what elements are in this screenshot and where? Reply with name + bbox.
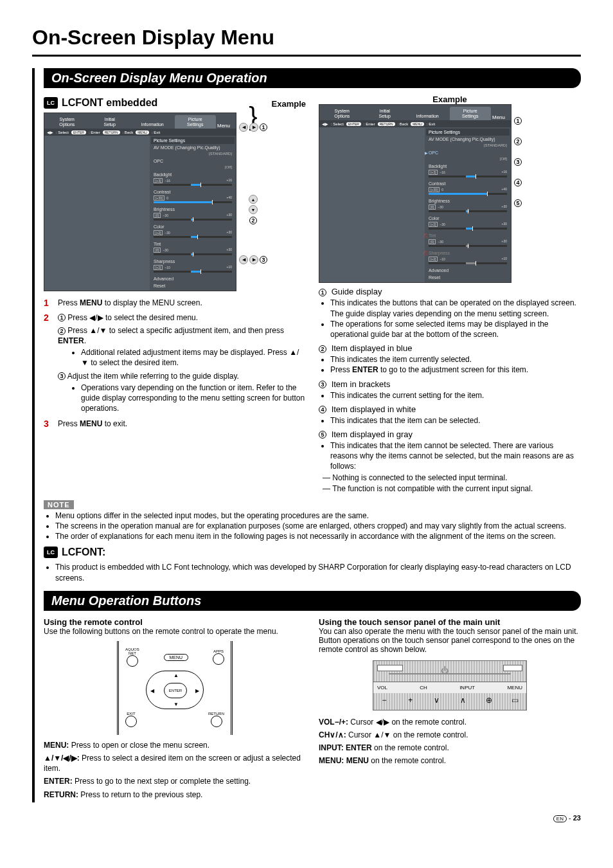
example-label-left: Example — [272, 99, 306, 109]
osd-item: Contrast — [151, 188, 235, 195]
return-button-icon — [211, 716, 222, 727]
osd-item: Advanced — [426, 267, 510, 274]
touch-button-icon: ∧ — [456, 696, 470, 705]
note-badge: NOTE — [44, 500, 74, 509]
callout-2: 2 — [249, 217, 257, 224]
right-triangle-icon: ▶ — [195, 688, 199, 694]
osd-tab: Picture Settings — [175, 115, 217, 129]
down-triangle-icon: ▼ — [173, 701, 179, 707]
callout-1: 1 — [260, 123, 267, 131]
language-badge: EN — [553, 815, 567, 822]
item-blue-heading: 2 Item displayed in blue — [319, 343, 581, 353]
osd-item: Color — [426, 215, 510, 222]
osd-item: AV MODE (Changing Pic.Quality) — [426, 136, 510, 143]
callout-r4: 4 — [514, 179, 522, 186]
touch-def-row: CH∨/∧: Cursor ▲/▼ on the remote control. — [319, 730, 581, 740]
osd-item: Reset — [151, 282, 235, 289]
step-3-number: 3 — [44, 419, 53, 429]
item-blue-text-2: Press ENTER to go to the adjustment scre… — [330, 365, 581, 375]
item-brackets-text: This indicates the current setting for t… — [330, 390, 581, 401]
remote-illustration: AQUOS NET MENU APPS ▲ ▼ ◀ ▶ ENTER — [117, 641, 233, 735]
osd-item: Sharpness — [151, 258, 235, 265]
down-arrow-icon: ▼ — [249, 205, 258, 214]
item-brackets-heading: 3 Item in brackets — [319, 379, 581, 389]
touch-label: MENU — [507, 685, 522, 691]
remote-heading: Using the remote control — [44, 617, 306, 627]
menu-button-icon: MENU — [164, 654, 189, 661]
enter-button-icon: ENTER — [164, 683, 187, 698]
remote-def-row: ▲/▼/◀/▶: Press to select a desired item … — [44, 753, 306, 773]
remote-definitions: MENU: Press to open or close the menu sc… — [44, 740, 306, 800]
osd-tab: Picture Settings — [450, 107, 492, 120]
osd-example-left: System OptionsInitial SetupInformationPi… — [44, 113, 236, 291]
section-heading-buttons: Menu Operation Buttons — [44, 591, 581, 611]
panel-badge-icon — [377, 665, 403, 671]
callout-r2: 2 — [514, 138, 522, 145]
touch-definitions: VOL−/+: Cursor ◀/▶ on the remote control… — [319, 717, 581, 766]
osd-item: Advanced — [151, 275, 235, 282]
osd-item: Contrast — [426, 180, 510, 187]
up-arrow-icon: ▲ — [249, 195, 258, 204]
dpad-icon: ▲ ▼ ◀ ▶ ENTER — [146, 671, 204, 709]
left-arrow-icon: ◀ — [239, 123, 248, 132]
callout-r5: 5 — [514, 199, 522, 207]
item-white-heading: 4 Item displayed in white — [319, 404, 581, 414]
aquos-net-button-icon — [127, 655, 138, 667]
lcfont-badge-icon: LC — [44, 97, 58, 109]
remote-def-row: ENTER: Press to go to the next step or c… — [44, 776, 306, 786]
notes-list: Menu options differ in the selected inpu… — [44, 511, 581, 542]
page-footer: EN - 23 — [32, 814, 581, 822]
step-2-text: 1 Press ◀/▶ to select the desired menu. … — [58, 312, 306, 415]
line-icon — [389, 673, 511, 674]
touch-def-row: INPUT: ENTER on the remote control. — [319, 743, 581, 753]
step-2-number: 2 — [44, 312, 53, 415]
touch-label: INPUT — [459, 685, 475, 691]
touch-label: CH — [420, 685, 427, 691]
touch-intro-2: Button operations on the touch sensor pa… — [319, 636, 581, 654]
exit-button-icon — [125, 716, 137, 727]
callout-r1: 1 — [514, 117, 522, 125]
osd-guide-bar: ◀▶: SelectENTER: EnterRETURN: BackMENU: … — [44, 129, 236, 136]
right-arrow-icon: ▶ — [249, 123, 258, 132]
apps-button-icon — [213, 653, 224, 665]
up-triangle-icon: ▲ — [173, 673, 179, 678]
right-arrow-icon-2: ▶ — [249, 255, 258, 264]
guide-display-heading: 1 Guide display — [319, 287, 581, 296]
touch-button-icon: ⊕ — [482, 696, 496, 705]
osd-item: Backlight — [151, 171, 235, 178]
osd-tab: Information — [132, 120, 173, 129]
touch-panel-illustration: ⏻ VOLCHINPUTMENU −+∨∧⊕▭ — [373, 660, 527, 710]
touch-label: VOL — [377, 685, 387, 691]
item-gray-text: This indicates that the item cannot be s… — [330, 440, 581, 472]
osd-item: Brightness — [151, 206, 235, 213]
remote-intro: Use the following buttons on the remote … — [44, 627, 306, 636]
osd-item: Reset — [426, 274, 510, 281]
item-gray-dash-1: Nothing is connected to the selected inp… — [323, 473, 581, 483]
osd-item: OPC — [426, 149, 510, 156]
page-title: On-Screen Display Menu — [32, 26, 581, 57]
osd-example-right: System OptionsInitial SetupInformationPi… — [319, 104, 511, 283]
left-triangle-icon: ◀ — [150, 688, 154, 694]
touch-def-row: VOL−/+: Cursor ◀/▶ on the remote control… — [319, 717, 581, 727]
osd-tab: System Options — [46, 115, 88, 129]
osd-tab: Initial Setup — [89, 115, 131, 129]
guide-display-text-1: This indicates the buttons that can be o… — [330, 298, 581, 318]
osd-item: Tint — [426, 232, 510, 239]
lcfont-embedded-heading: LC LCFONT embedded — [44, 97, 157, 109]
remote-def-row: RETURN: Press to return to the previous … — [44, 790, 306, 800]
item-gray-dash-2: The function is not compatible with the … — [323, 484, 581, 494]
osd-tab: System Options — [321, 107, 363, 120]
note-item: Menu options differ in the selected inpu… — [55, 511, 581, 521]
osd-item: Sharpness — [426, 249, 510, 257]
touch-button-icon: ∨ — [430, 696, 444, 705]
left-arrow-icon-2: ◀ — [239, 255, 248, 264]
note-item: The screens in the operation manual are … — [55, 521, 581, 531]
lcfont-heading: LC LCFONT: — [44, 547, 581, 558]
remote-def-row: MENU: Press to open or close the menu sc… — [44, 740, 306, 750]
callout-3: 3 — [260, 256, 267, 264]
item-blue-text-1: This indicates the item currently select… — [330, 354, 581, 365]
example-label-right: Example — [319, 95, 581, 104]
touch-intro-1: You can also operate the menu with the t… — [319, 627, 581, 636]
osd-section-heading: Picture Settings — [151, 137, 235, 144]
touch-heading: Using the touch sensor panel of the main… — [319, 617, 581, 627]
